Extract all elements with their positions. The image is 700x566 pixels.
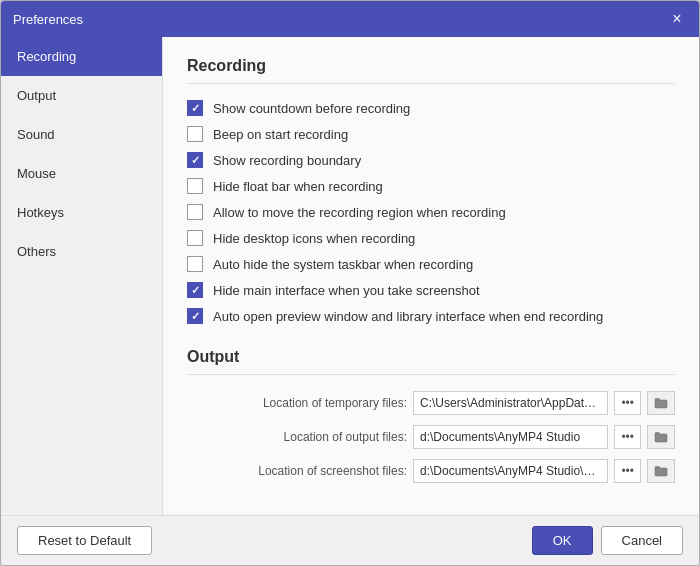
checkbox-row-hide-icons: Hide desktop icons when recording bbox=[187, 230, 675, 246]
checkbox-hide-taskbar[interactable] bbox=[187, 256, 203, 272]
checkbox-label-hide-icons: Hide desktop icons when recording bbox=[213, 231, 415, 246]
sidebar: Recording Output Sound Mouse Hotkeys Oth… bbox=[1, 37, 163, 515]
sidebar-item-output[interactable]: Output bbox=[1, 76, 162, 115]
checkbox-hide-icons[interactable] bbox=[187, 230, 203, 246]
output-label-screenshot: Location of screenshot files: bbox=[187, 464, 407, 478]
output-input-screenshot[interactable] bbox=[413, 459, 608, 483]
output-row-screenshot: Location of screenshot files: ••• bbox=[187, 459, 675, 483]
ok-button[interactable]: OK bbox=[532, 526, 593, 555]
output-row-output: Location of output files: ••• bbox=[187, 425, 675, 449]
close-button[interactable]: × bbox=[667, 9, 687, 29]
sidebar-item-others[interactable]: Others bbox=[1, 232, 162, 271]
checkbox-row-boundary: Show recording boundary bbox=[187, 152, 675, 168]
checkbox-row-countdown: Show countdown before recording bbox=[187, 100, 675, 116]
checkbox-label-allow-move: Allow to move the recording region when … bbox=[213, 205, 506, 220]
recording-section-title: Recording bbox=[187, 57, 675, 84]
output-row-temp: Location of temporary files: ••• bbox=[187, 391, 675, 415]
cancel-button[interactable]: Cancel bbox=[601, 526, 683, 555]
checkbox-row-hide-taskbar: Auto hide the system taskbar when record… bbox=[187, 256, 675, 272]
sidebar-item-recording[interactable]: Recording bbox=[1, 37, 162, 76]
content-area: Recording Show countdown before recordin… bbox=[163, 37, 699, 513]
output-input-output[interactable] bbox=[413, 425, 608, 449]
preferences-dialog: Preferences × Recording Output Sound Mou… bbox=[0, 0, 700, 566]
checkbox-label-auto-preview: Auto open preview window and library int… bbox=[213, 309, 603, 324]
output-section: Output Location of temporary files: ••• … bbox=[187, 348, 675, 483]
output-dots-temp[interactable]: ••• bbox=[614, 391, 641, 415]
checkbox-row-auto-preview: Auto open preview window and library int… bbox=[187, 308, 675, 324]
output-input-temp[interactable] bbox=[413, 391, 608, 415]
checkbox-allow-move[interactable] bbox=[187, 204, 203, 220]
content-wrapper: Recording Show countdown before recordin… bbox=[163, 37, 699, 515]
checkbox-row-beep: Beep on start recording bbox=[187, 126, 675, 142]
checkbox-label-hide-taskbar: Auto hide the system taskbar when record… bbox=[213, 257, 473, 272]
title-bar: Preferences × bbox=[1, 1, 699, 37]
output-section-title: Output bbox=[187, 348, 675, 375]
checkbox-label-hide-float: Hide float bar when recording bbox=[213, 179, 383, 194]
dialog-title: Preferences bbox=[13, 12, 83, 27]
checkbox-label-countdown: Show countdown before recording bbox=[213, 101, 410, 116]
checkbox-boundary[interactable] bbox=[187, 152, 203, 168]
checkbox-auto-preview[interactable] bbox=[187, 308, 203, 324]
sidebar-item-hotkeys[interactable]: Hotkeys bbox=[1, 193, 162, 232]
output-label-temp: Location of temporary files: bbox=[187, 396, 407, 410]
footer-right: OK Cancel bbox=[532, 526, 683, 555]
sidebar-item-mouse[interactable]: Mouse bbox=[1, 154, 162, 193]
dialog-body: Recording Output Sound Mouse Hotkeys Oth… bbox=[1, 37, 699, 515]
checkbox-label-hide-main: Hide main interface when you take screen… bbox=[213, 283, 480, 298]
reset-button[interactable]: Reset to Default bbox=[17, 526, 152, 555]
checkbox-hide-float[interactable] bbox=[187, 178, 203, 194]
checkbox-label-beep: Beep on start recording bbox=[213, 127, 348, 142]
checkbox-row-allow-move: Allow to move the recording region when … bbox=[187, 204, 675, 220]
output-dots-output[interactable]: ••• bbox=[614, 425, 641, 449]
output-dots-screenshot[interactable]: ••• bbox=[614, 459, 641, 483]
checkbox-row-hide-float: Hide float bar when recording bbox=[187, 178, 675, 194]
checkbox-row-hide-main: Hide main interface when you take screen… bbox=[187, 282, 675, 298]
output-label-output: Location of output files: bbox=[187, 430, 407, 444]
dialog-footer: Reset to Default OK Cancel bbox=[1, 515, 699, 565]
output-folder-output[interactable] bbox=[647, 425, 675, 449]
output-folder-screenshot[interactable] bbox=[647, 459, 675, 483]
checkbox-hide-main[interactable] bbox=[187, 282, 203, 298]
checkbox-label-boundary: Show recording boundary bbox=[213, 153, 361, 168]
checkbox-beep[interactable] bbox=[187, 126, 203, 142]
output-folder-temp[interactable] bbox=[647, 391, 675, 415]
sidebar-item-sound[interactable]: Sound bbox=[1, 115, 162, 154]
checkbox-countdown[interactable] bbox=[187, 100, 203, 116]
